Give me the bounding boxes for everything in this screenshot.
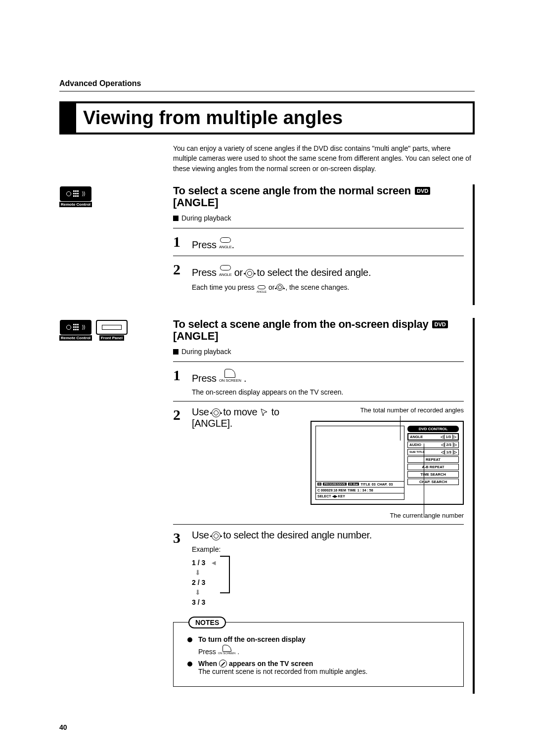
step2-text-a: Press <box>192 267 219 278</box>
control-icons: )) Remote Control Front Panel <box>59 318 173 341</box>
example-1: 1 / 3 <box>192 559 205 567</box>
osd-dvd-control: DVD CONTROL <box>407 426 459 432</box>
step2-or: or <box>234 267 245 278</box>
osd-chapsearch: CHAP. SEARCH <box>407 479 459 485</box>
step-number: 1 <box>173 233 186 251</box>
example-2: 2 / 3 <box>192 578 205 586</box>
page-title: Viewing from multiple angles <box>83 107 466 129</box>
step2-sub-or: or <box>268 283 276 291</box>
remote-label: Remote Control <box>59 335 92 341</box>
arrow-down-icon: ⬇ <box>195 569 214 577</box>
intro-paragraph: You can enjoy a variety of scene angles … <box>173 143 475 174</box>
onscreen-button-icon: ON SCREEN <box>219 367 241 383</box>
header-rule: Advanced Operations <box>59 79 475 91</box>
osd-abrepeat: A-B REPEAT <box>407 464 459 470</box>
page-title-block: Viewing from multiple angles <box>59 101 475 134</box>
step3-text-b: to select the desired angle number. <box>223 530 372 540</box>
cursor-icon <box>260 408 269 417</box>
dvd-badge: DVD <box>415 187 430 195</box>
step-number: 1 <box>173 367 186 396</box>
arrow-down-icon: ⬇ <box>195 588 214 596</box>
tv-screen-diagram: DPROGRESSIVE24 Bar TITLE 03 CHAP. 03 C 0… <box>311 421 464 505</box>
angle-button-icon: ANGLE <box>219 261 232 277</box>
section-header: Advanced Operations <box>59 79 141 88</box>
step-number: 3 <box>173 530 186 608</box>
step1-text: Press <box>192 239 219 250</box>
page-number: 40 <box>59 723 67 731</box>
front-panel-icon: Front Panel <box>96 320 128 341</box>
osd-subtitle-row: SUB TITLE ◁1/3▷ <box>407 449 459 455</box>
jog-dial-icon <box>212 532 221 540</box>
arrow-left-icon: ◄ <box>210 559 217 567</box>
jog-dial-icon <box>245 269 254 278</box>
jog-dial-icon <box>212 408 221 417</box>
step2-text-b: to move <box>223 406 260 417</box>
notes-box: NOTES To turn off the on-screen display … <box>173 622 464 687</box>
section1-step1: 1 Press ANGLE . <box>173 228 464 256</box>
remote-control-icon: )) Remote Control <box>59 320 92 341</box>
section-normal-screen: )) Remote Control To select a scene angl… <box>59 184 475 305</box>
jog-dial-icon <box>276 284 283 291</box>
cycle-bracket <box>220 556 230 593</box>
step2-text-b: to select the desired angle. <box>257 267 371 278</box>
osd-angle-row: ANGLE ◁1/3▷ <box>407 433 459 441</box>
notes-label: NOTES <box>188 617 226 628</box>
angle-button-icon: ANGLE <box>219 233 232 249</box>
step3-text-a: Use <box>192 530 212 540</box>
caption-total-angles: The total number of recorded angles <box>296 406 464 414</box>
dvd-badge: DVD <box>432 320 447 328</box>
step2-sub-a: Each time you press <box>192 283 257 291</box>
section1-step2: 2 Press ANGLE or to select the desired a… <box>173 256 464 298</box>
example-label: Example: <box>192 545 221 553</box>
section2-step3: 3 Use to select the desired angle number… <box>173 524 464 613</box>
control-icons: )) Remote Control <box>59 184 173 207</box>
note-1: To turn off the on-screen display Press … <box>187 635 455 656</box>
no-angle-icon <box>219 660 227 667</box>
step-number: 2 <box>173 406 186 519</box>
note-2: When appears on the TV screen The curren… <box>187 660 455 675</box>
osd-repeat: REPEAT <box>407 456 459 463</box>
osd-timesearch: TIME SEARCH <box>407 471 459 478</box>
section1-subheading: [ANGLE] <box>173 196 464 209</box>
during-playback: During playback <box>173 214 464 222</box>
section2-subheading: [ANGLE] <box>173 330 464 343</box>
step1-sub: The on-screen display appears on the TV … <box>192 388 464 396</box>
angle-button-icon: ANGLE <box>257 282 267 293</box>
remote-label: Remote Control <box>59 202 92 207</box>
remote-control-icon: )) Remote Control <box>59 186 92 207</box>
section2-heading: To select a scene angle from the on-scre… <box>173 318 428 331</box>
step2-sub-b: , the scene changes. <box>285 283 349 291</box>
section2-step2: 2 Use to move to [ANGLE]. The total numb… <box>173 401 464 524</box>
step1-text: Press <box>192 373 219 384</box>
caption-current-angle: The current angle number <box>296 512 464 519</box>
step2-text-a: Use <box>192 406 212 417</box>
section-onscreen-display: )) Remote Control Front Panel To select … <box>59 318 475 694</box>
onscreen-button-icon: ON SCREEN <box>218 643 236 655</box>
during-playback: During playback <box>173 348 464 356</box>
osd-audio-row: AUDIO ◁2/3▷ <box>407 442 459 448</box>
example-3: 3 / 3 <box>192 598 205 606</box>
section2-step1: 1 Press ON SCREEN . The on-screen displa… <box>173 361 464 401</box>
section1-heading: To select a scene angle from the normal … <box>173 184 411 197</box>
step-number: 2 <box>173 261 186 293</box>
front-panel-label: Front Panel <box>99 335 124 341</box>
